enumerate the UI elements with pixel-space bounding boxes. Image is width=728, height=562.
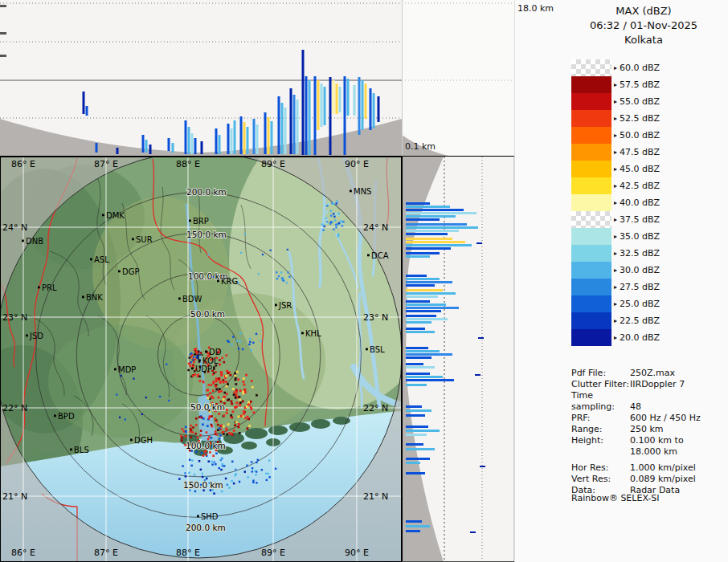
legend-tick-icon: ▸: [614, 183, 617, 189]
legend-label: ▸60.0 dBZ: [611, 63, 660, 73]
legend-label: ▸52.5 dBZ: [611, 113, 660, 124]
legend-entry: ▸60.0 dBZ: [571, 59, 660, 76]
delta-island: [333, 417, 350, 425]
latitude-label: 24° N: [2, 222, 27, 233]
info-value: 0.100 km to: [630, 435, 684, 446]
legend-tick-icon: ▸: [614, 335, 617, 341]
info-row: 18.000 km: [571, 446, 728, 458]
info-panel: 18.0 km MAX (dBZ) 06:32 / 01-Nov-2025 Ko…: [514, 0, 728, 562]
axis-tick: [0, 32, 6, 35]
legend-swatch: [571, 329, 611, 346]
legend-swatch: [571, 228, 611, 245]
city-label: DGP: [122, 267, 139, 276]
legend-swatch: [571, 110, 611, 127]
city-marker: [367, 255, 370, 257]
info-label: Clutter Filter:: [571, 379, 630, 390]
delta-island: [241, 442, 257, 450]
info-label: Vert Res:: [571, 474, 630, 485]
city-label: DGH: [134, 436, 153, 445]
legend-entry: ▸20.0 dBZ: [571, 329, 660, 346]
legend-entry: ▸45.0 dBZ: [571, 161, 660, 177]
legend-tick-icon: ▸: [614, 82, 617, 88]
info-label: Pdf File:: [571, 368, 630, 379]
legend-tick-icon: ▸: [614, 200, 617, 206]
city-marker: [70, 449, 72, 451]
legend-swatch: [571, 279, 611, 295]
legend-label: ▸25.0 dBZ: [611, 299, 660, 309]
city-marker: [217, 280, 219, 283]
legend-entry: ▸52.5 dBZ: [571, 110, 660, 127]
city-label: DCA: [371, 251, 389, 260]
info-value: 1.000 km/pixel: [630, 462, 696, 473]
city-marker: [197, 515, 199, 518]
info-value: IIRDoppler 7: [630, 379, 685, 389]
legend-swatch: [571, 76, 611, 93]
legend-entry: ▸32.5 dBZ: [571, 245, 660, 262]
info-row: Pdf File:250Z.max: [571, 368, 728, 379]
legend-swatch: [571, 211, 611, 228]
legend-label: ▸35.0 dBZ: [611, 231, 660, 242]
city-marker: [130, 439, 133, 442]
legend-tick-icon: ▸: [614, 234, 617, 240]
longitude-label: 90° E: [345, 159, 369, 169]
legend-entry: ▸27.5 dBZ: [571, 279, 660, 295]
city-marker: [275, 304, 277, 307]
legend-label: ▸55.0 dBZ: [611, 96, 660, 107]
city-label: BLS: [74, 446, 89, 454]
legend-tick-icon: ▸: [614, 132, 617, 139]
info-value: 0.089 km/pixel: [630, 474, 696, 484]
vertical-projection-top-panel: [0, 0, 402, 157]
city-marker: [366, 348, 368, 351]
city-label: KRG: [221, 277, 238, 286]
legend-tick-icon: ▸: [614, 149, 617, 156]
legend-label: ▸32.5 dBZ: [611, 248, 660, 259]
city-label: BPD: [58, 412, 75, 421]
range-ring-label: 200.0 km: [186, 187, 227, 197]
longitude-label: 88° E: [176, 159, 200, 169]
legend-entry: ▸57.5 dBZ: [571, 76, 660, 93]
latitude-label: 21° N: [363, 491, 388, 502]
city-marker: [189, 220, 191, 222]
delta-island: [311, 419, 330, 429]
longitude-label: 86° E: [11, 548, 35, 558]
longitude-label: 88° E: [176, 548, 200, 558]
legend-swatch: [571, 59, 611, 76]
city-label: ASL: [94, 255, 109, 264]
range-ring-label: 150.0 km: [186, 230, 227, 239]
legend-label: ▸42.5 dBZ: [611, 181, 660, 191]
legend-entry: ▸22.5 dBZ: [571, 312, 660, 329]
legend-tick-icon: ▸: [614, 166, 617, 173]
city-marker: [102, 214, 104, 217]
info-row: PRF:600 Hz / 450 Hz: [571, 413, 728, 424]
axis-tick: [0, 55, 6, 57]
legend-entry: ▸35.0 dBZ: [571, 228, 660, 245]
longitude-label: 87° E: [94, 548, 118, 558]
city-label: BRP: [193, 217, 209, 226]
city-marker: [118, 271, 121, 273]
info-row: Clutter Filter:IIRDoppler 7: [571, 379, 728, 390]
longitude-label: 90° E: [345, 548, 369, 558]
city-label: DNB: [26, 237, 43, 246]
city-label: KHL: [305, 329, 321, 338]
info-row: Hor Res:1.000 km/pixel: [571, 462, 728, 474]
legend-swatch: [571, 245, 611, 262]
range-ring-label: 50.0 km: [190, 309, 225, 319]
height-axis-min-label: 0.1 km: [405, 141, 436, 152]
title-block: MAX (dBZ) 06:32 / 01-Nov-2025 Kolkata: [559, 4, 728, 47]
range-ring-label: 200.0 km: [186, 523, 226, 532]
vertical-projection-side-panel: [402, 157, 514, 562]
software-footer: Rainbow® SELEX-SI: [571, 493, 660, 503]
info-value: 600 Hz / 450 Hz: [630, 413, 701, 423]
delta-island: [268, 426, 288, 435]
range-ring-label: 150.0 km: [183, 480, 223, 490]
legend-tick-icon: ▸: [614, 217, 617, 223]
legend-label: ▸57.5 dBZ: [611, 79, 660, 90]
info-row: Height:0.100 km to: [571, 435, 728, 446]
legend-swatch: [571, 262, 611, 279]
city-marker: [54, 415, 56, 417]
city-marker: [198, 360, 201, 362]
product-title: MAX (dBZ): [559, 4, 728, 18]
legend-swatch: [571, 161, 611, 177]
axis-tick: [0, 5, 6, 7]
city-label: BSL: [370, 345, 385, 354]
